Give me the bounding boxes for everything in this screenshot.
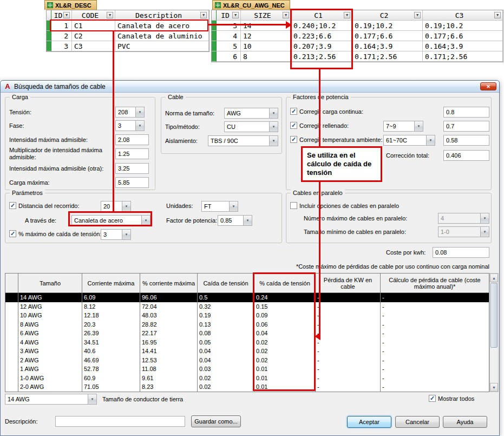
header-corriente-maxima[interactable]: Corriente máxima: [82, 274, 140, 292]
intensidad-field[interactable]: 2.08: [115, 134, 149, 145]
cell-description[interactable]: PVC: [115, 41, 209, 51]
filter-dropdown-icon[interactable]: ▼: [232, 12, 239, 18]
cell-c2[interactable]: 0.19;10.2: [352, 21, 423, 31]
cell-c3[interactable]: 0.19;10.2: [423, 21, 503, 31]
descripcion-input[interactable]: [55, 416, 185, 427]
sheet-row[interactable]: 5 10 0.207;3.9 0.164;3.9 0.164;3.9: [212, 41, 503, 51]
chevron-down-icon[interactable]: ▼: [88, 394, 96, 404]
cell-id[interactable]: 3: [217, 21, 241, 31]
cell-size[interactable]: 14: [241, 21, 291, 31]
norma-combo[interactable]: AWG ▼: [224, 108, 278, 119]
row-selector[interactable]: [5, 311, 18, 320]
chevron-down-icon[interactable]: ▼: [122, 230, 130, 239]
aceptar-button[interactable]: Aceptar: [347, 416, 391, 428]
column-header-c2[interactable]: C2 ▼: [352, 10, 423, 21]
sheet-row[interactable]: 1 C1 Canaleta de acero: [47, 21, 209, 31]
column-header-description[interactable]: Description ▼: [115, 10, 209, 21]
cell-c1[interactable]: 0.240;10.2: [291, 21, 352, 31]
close-button[interactable]: ✕: [480, 82, 496, 90]
header-caida-tension[interactable]: Caída de tensión: [198, 274, 254, 292]
sheet-row[interactable]: 2 C2 Canaleta de aluminio: [47, 31, 209, 41]
temperatura-combo[interactable]: 61~70C ▼: [383, 135, 435, 146]
aislamiento-combo[interactable]: TBS / 90C ▼: [208, 135, 278, 146]
cancelar-button[interactable]: Cancelar: [395, 416, 440, 428]
cell-c2[interactable]: 0.171;2.56: [352, 51, 423, 62]
chevron-down-icon[interactable]: ▼: [243, 216, 252, 225]
cell-id[interactable]: 6: [217, 51, 241, 62]
filter-dropdown-icon[interactable]: ▼: [494, 12, 501, 18]
filter-dropdown-icon[interactable]: ▼: [200, 12, 207, 18]
caida-maxima-checkbox[interactable]: ✓: [9, 230, 16, 237]
cell-c2[interactable]: 0.177;6.6: [352, 31, 423, 41]
chevron-down-icon[interactable]: ▼: [135, 121, 144, 131]
distancia-combo[interactable]: 20 ▼: [101, 201, 131, 212]
cell-size[interactable]: 8: [241, 51, 291, 62]
table-row[interactable]: 2 AWG 46.69 12.53 0.04 0.02 - -: [5, 356, 489, 365]
chevron-down-icon[interactable]: ▼: [229, 201, 238, 211]
row-selector[interactable]: [5, 293, 18, 302]
cell-code[interactable]: C2: [72, 31, 115, 41]
header-pct-caida-tension[interactable]: % caída de tensión: [254, 274, 316, 292]
tipo-combo[interactable]: CU ▼: [224, 121, 278, 132]
correccion-total-field[interactable]: 0.406: [443, 150, 489, 161]
incluir-paralelo-checkbox[interactable]: ✓: [290, 202, 297, 209]
guardar-como-button[interactable]: Guardar como...: [191, 415, 241, 427]
corregir-temperatura-checkbox[interactable]: ✓: [290, 136, 297, 143]
cell-code[interactable]: C1: [72, 21, 115, 31]
header-pct-corriente-maxima[interactable]: % corriente máxima: [140, 274, 198, 292]
rellenado-field[interactable]: 0.7: [443, 121, 489, 132]
cell-c2[interactable]: 0.164;3.9: [352, 41, 423, 51]
table-row[interactable]: 8 AWG 20.3 28.82 0.13 0.06 - -: [5, 320, 489, 329]
chevron-down-icon[interactable]: ▼: [426, 135, 435, 145]
cell-id[interactable]: 5: [217, 41, 241, 51]
ayuda-button[interactable]: Ayuda: [443, 416, 487, 428]
row-selector[interactable]: [5, 338, 18, 347]
carga-continua-field[interactable]: 0.8: [443, 107, 489, 118]
cell-c1[interactable]: 0.213;2.56: [291, 51, 352, 62]
cell-size[interactable]: 12: [241, 31, 291, 41]
caida-maxima-combo[interactable]: 3 ▼: [101, 229, 131, 240]
chevron-down-icon[interactable]: ▼: [269, 136, 278, 146]
table-row[interactable]: 1 AWG 52.78 11.08 0.03 0.01 - -: [5, 365, 489, 374]
cell-c3[interactable]: 0.164;3.9: [423, 41, 503, 51]
header-perdida-kw[interactable]: Pérdida de KW en cable: [316, 274, 381, 292]
row-selector[interactable]: [5, 365, 18, 374]
table-row[interactable]: 3 AWG 40.6 14.41 0.04 0.02 - -: [5, 347, 489, 356]
table-row[interactable]: 1-0 AWG 60.9 9.61 0.02 0.01 - -: [5, 374, 489, 383]
scroll-down-button[interactable]: ▼: [490, 383, 498, 392]
tierra-combo[interactable]: 14 AWG ▼: [5, 394, 97, 405]
scroll-thumb[interactable]: [490, 283, 498, 348]
cell-id[interactable]: 2: [51, 31, 72, 41]
column-header-c1[interactable]: C1 ▼: [291, 10, 352, 21]
atraves-combo[interactable]: Canaleta de acero ▼: [71, 215, 150, 226]
cell-size[interactable]: 10: [241, 41, 291, 51]
table-row[interactable]: 14 AWG 6.09 96.06 0.5 0.24 - -: [5, 293, 489, 302]
intensidad-otra-field[interactable]: 3.25: [115, 163, 149, 174]
table-row[interactable]: 2-0 AWG 71.05 8.23 0.02 0.01 - -: [5, 382, 489, 392]
column-header-code[interactable]: CODE ▼: [72, 10, 115, 21]
cell-id[interactable]: 3: [51, 41, 72, 51]
table-row[interactable]: 6 AWG 26.39 22.17 0.08 0.04 - -: [5, 329, 489, 338]
filter-dropdown-icon[interactable]: ▼: [344, 12, 350, 18]
cell-c3[interactable]: 0.177;6.6: [423, 31, 503, 41]
corregir-carga-continua-checkbox[interactable]: ✓: [290, 108, 297, 115]
carga-maxima-field[interactable]: 5.85: [115, 177, 149, 188]
corregir-rellenado-checkbox[interactable]: ✓: [290, 122, 297, 129]
coste-kwh-field[interactable]: 0.08: [433, 247, 489, 258]
unidades-combo[interactable]: FT ▼: [201, 201, 238, 212]
chevron-down-icon[interactable]: ▼: [122, 201, 130, 211]
sheet-row[interactable]: 6 8 0.213;2.56 0.171;2.56 0.171;2.56: [212, 51, 503, 62]
header-calculo-perdida[interactable]: Cálculo de pérdida de cable (coste máxim…: [381, 274, 489, 292]
mostrar-todos-checkbox[interactable]: ✓: [429, 395, 436, 402]
fase-combo[interactable]: 3 ▼: [115, 120, 145, 131]
sheet-tab-awg[interactable]: XL&R_CU_AWG_NEC: [212, 0, 290, 10]
row-selector[interactable]: [5, 329, 18, 338]
rellenado-combo[interactable]: 7~9 ▼: [383, 121, 423, 132]
scroll-up-button[interactable]: ▲: [490, 274, 498, 282]
chevron-down-icon[interactable]: ▼: [135, 107, 144, 117]
column-header-id[interactable]: ID ▼: [51, 10, 72, 21]
chevron-down-icon[interactable]: ▼: [269, 108, 278, 118]
sheet-row[interactable]: 3 C3 PVC: [47, 41, 209, 51]
sheet-tab-desc[interactable]: XL&R_DESC: [44, 0, 97, 10]
table-row[interactable]: 12 AWG 8.12 72.04 0.32 0.15 - -: [5, 302, 489, 311]
